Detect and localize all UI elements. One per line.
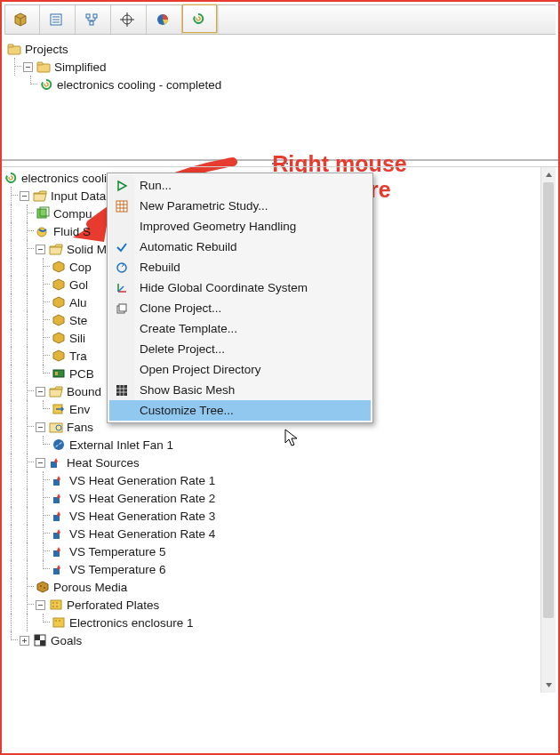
toolbar-btn-2[interactable] [40, 5, 76, 34]
context-menu-item[interactable]: Open Project Directory [109, 359, 371, 380]
truncated-text: Sili [69, 332, 85, 345]
svg-marker-26 [53, 315, 64, 325]
context-menu-item-label: Hide Global Coordinate System [140, 281, 364, 294]
swirl-icon [39, 77, 53, 92]
toolbar-btn-1[interactable] [4, 5, 40, 34]
scroll-down-button[interactable] [541, 678, 556, 693]
svg-rect-67 [119, 304, 126, 311]
folder-icon [36, 60, 51, 74]
heat-item-label: VS Temperature 6 [69, 563, 166, 576]
open-folder-icon [33, 189, 47, 203]
context-menu-item[interactable]: Delete Project... [109, 339, 371, 359]
toolbar [4, 4, 556, 35]
expander-icon[interactable] [36, 245, 45, 254]
truncated-text: Cop [69, 261, 92, 274]
tree-node-goals[interactable]: Goals [4, 631, 558, 649]
tree-leaf-study[interactable]: electronics cooling - completed [7, 76, 553, 93]
perf-label: Perforated Plates [67, 598, 159, 612]
box-green-icon [36, 206, 50, 221]
toolbar-btn-5[interactable] [147, 5, 182, 34]
tree-node-perf[interactable]: Perforated Plates [4, 596, 558, 614]
tree-node-porous[interactable]: Porous Media [4, 578, 558, 596]
heat-item-icon [52, 473, 66, 487]
material-icon [52, 277, 66, 292]
scroll-up-button[interactable] [541, 167, 556, 182]
context-menu-item[interactable]: Automatic Rebuild [109, 237, 371, 257]
context-menu-item[interactable]: Show Basic Mesh [109, 380, 371, 400]
fans-label: Fans [67, 421, 93, 434]
tree-item-heat-source[interactable]: VS Heat Generation Rate 2 [4, 489, 558, 507]
vertical-scrollbar[interactable] [540, 167, 556, 693]
tree-item-heat-source[interactable]: VS Heat Generation Rate 1 [4, 471, 558, 489]
expander-icon[interactable] [36, 387, 45, 397]
truncated-text: Tra [69, 349, 87, 363]
context-menu-item[interactable]: Customize Tree... [109, 400, 371, 421]
heat-item-icon [52, 509, 66, 523]
tree-root-projects[interactable]: Projects [7, 40, 553, 58]
svg-line-65 [118, 286, 124, 292]
check-icon [109, 237, 134, 257]
context-menu-item-label: Automatic Rebuild [140, 240, 364, 253]
context-menu-item[interactable]: Improved Geometry Handling [109, 216, 371, 237]
context-menu-item[interactable]: Hide Global Coordinate System [109, 277, 371, 298]
expander-icon[interactable] [20, 191, 29, 201]
context-menu: Run...New Parametric Study...Improved Ge… [107, 173, 373, 423]
svg-rect-68 [116, 385, 127, 396]
toolbar-btn-3[interactable] [76, 5, 111, 34]
material-icon [52, 313, 66, 327]
blank-icon [109, 359, 134, 380]
cube-icon [13, 12, 28, 27]
toolbar-btn-6[interactable] [182, 4, 218, 33]
tree-item-perf-1[interactable]: Electronics enclosure 1 [4, 614, 558, 631]
svg-point-48 [52, 606, 54, 607]
tree-item-heat-source[interactable]: VS Heat Generation Rate 4 [4, 525, 558, 542]
expander-plus-icon[interactable] [20, 636, 29, 646]
context-menu-item[interactable]: New Parametric Study... [109, 196, 371, 216]
svg-point-43 [40, 585, 42, 587]
tree-leaf-label: electronics cooling - completed [57, 78, 221, 92]
truncated-text: Gol [69, 278, 88, 292]
fan1-label: External Inlet Fan 1 [69, 438, 173, 452]
material-icon [52, 260, 66, 274]
perforated-icon [52, 615, 66, 630]
app-frame: Projects Simplified electronics cooling … [0, 0, 560, 755]
expander-icon[interactable] [23, 62, 33, 72]
truncated-text: Fluid S [53, 225, 91, 238]
material-icon [52, 295, 66, 309]
heat-item-icon [52, 526, 66, 541]
context-menu-item[interactable]: Run... [109, 175, 371, 196]
svg-marker-73 [546, 173, 552, 177]
tree-child-label: Simplified [54, 60, 107, 74]
context-menu-item[interactable]: Rebuild [109, 257, 371, 277]
svg-rect-8 [86, 14, 90, 18]
porous-label: Porous Media [53, 581, 127, 594]
tree-node-heat[interactable]: Heat Sources [4, 454, 558, 471]
expander-icon[interactable] [36, 458, 45, 468]
toolbar-btn-4[interactable] [111, 5, 147, 34]
context-menu-item-label: Rebuild [140, 261, 364, 274]
context-menu-item-label: Open Project Directory [140, 363, 364, 376]
svg-rect-30 [55, 372, 58, 375]
expander-icon[interactable] [36, 422, 45, 432]
truncated-text: Solid M [67, 243, 107, 256]
context-menu-item[interactable]: Create Template... [109, 318, 371, 339]
tree-item-heat-source[interactable]: VS Temperature 5 [4, 542, 558, 560]
tree-child-simplified[interactable]: Simplified [7, 58, 553, 76]
truncated-text: Alu [69, 296, 87, 309]
heat-item-icon [52, 544, 66, 558]
svg-point-52 [59, 620, 60, 622]
tree-item-fan-1[interactable]: External Inlet Fan 1 [4, 436, 558, 454]
goals-label: Goals [51, 634, 82, 647]
expander-icon[interactable] [36, 600, 45, 610]
context-menu-item-label: Customize Tree... [140, 404, 364, 417]
context-menu-item[interactable]: Clone Project... [109, 298, 371, 318]
tree-item-heat-source[interactable]: VS Heat Generation Rate 3 [4, 507, 558, 525]
tree-item-heat-source[interactable]: VS Temperature 6 [4, 560, 558, 578]
heat-item-icon [52, 491, 66, 505]
svg-point-46 [52, 602, 54, 604]
scroll-thumb[interactable] [543, 182, 554, 618]
blank-icon [109, 339, 134, 359]
svg-rect-57 [116, 201, 127, 212]
scroll-track[interactable] [541, 182, 556, 678]
heat-item-icon [52, 562, 66, 576]
